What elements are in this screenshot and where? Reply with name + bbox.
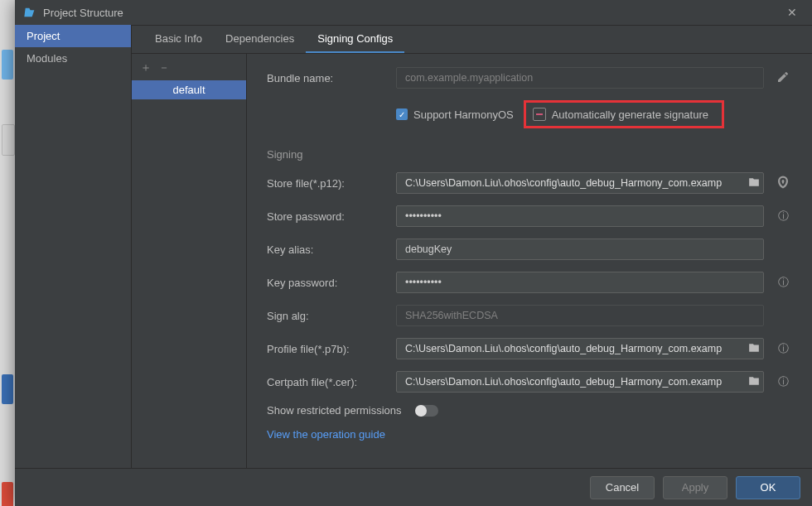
add-config-icon[interactable]: ＋ [140, 60, 152, 75]
tab-basic-info[interactable]: Basic Info [143, 26, 214, 53]
dialog-footer: Cancel Apply OK [15, 468, 812, 506]
profile-file-browse-icon[interactable] [748, 342, 760, 356]
show-restricted-permissions-label: Show restricted permissions [267, 404, 402, 417]
store-file-input[interactable] [396, 172, 764, 194]
store-file-browse-icon[interactable] [748, 176, 760, 190]
certpath-file-input[interactable] [396, 371, 764, 393]
cancel-button[interactable]: Cancel [590, 476, 655, 499]
app-icon [23, 6, 36, 19]
obscured-background [0, 0, 15, 506]
show-restricted-permissions-toggle[interactable] [415, 405, 438, 417]
auto-generate-signature-checkbox[interactable] [533, 108, 546, 121]
apply-button[interactable]: Apply [663, 476, 727, 499]
close-icon[interactable]: ✕ [781, 6, 804, 19]
signing-form: Bundle name: ✓ Support HarmonyOS [247, 54, 812, 469]
certpath-file-help-icon[interactable]: ⓘ [774, 374, 792, 389]
key-alias-input[interactable] [396, 239, 764, 260]
titlebar: Project Structure ✕ [15, 0, 812, 26]
auto-generate-signature-label: Automatically generate signature [552, 108, 708, 121]
sign-alg-input[interactable] [396, 305, 764, 326]
tab-signing-configs[interactable]: Signing Configs [306, 26, 404, 53]
key-password-label: Key password: [267, 277, 396, 289]
sign-alg-label: Sign alg: [267, 310, 396, 322]
key-password-help-icon[interactable]: ⓘ [774, 275, 792, 290]
support-harmonyos-label: Support HarmonyOS [413, 108, 514, 121]
bundle-name-input[interactable] [396, 67, 764, 89]
sidebar-item-modules[interactable]: Modules [15, 47, 131, 70]
certpath-file-label: Certpath file(*.cer): [267, 376, 396, 388]
profile-file-help-icon[interactable]: ⓘ [774, 341, 792, 356]
profile-file-label: Profile file(*.p7b): [267, 343, 396, 355]
tab-dependencies[interactable]: Dependencies [214, 26, 306, 53]
store-password-label: Store password: [267, 210, 396, 223]
config-item-default[interactable]: default [132, 80, 246, 99]
sidebar-item-project[interactable]: Project [15, 25, 131, 47]
edit-bundle-name-icon[interactable] [774, 70, 792, 86]
certpath-file-browse-icon[interactable] [748, 375, 760, 389]
support-harmonyos-checkbox[interactable]: ✓ [396, 108, 408, 120]
store-file-label: Store file(*.p12): [267, 177, 396, 190]
store-password-input[interactable] [396, 205, 764, 227]
signing-section-heading: Signing [267, 148, 792, 161]
operation-guide-link[interactable]: View the operation guide [267, 428, 385, 441]
signing-configs-list: ＋ － default [132, 54, 247, 469]
key-password-input[interactable] [396, 272, 764, 293]
window-title: Project Structure [43, 7, 123, 19]
store-password-help-icon[interactable]: ⓘ [774, 209, 792, 224]
fingerprint-icon[interactable] [774, 175, 792, 192]
sidebar: Project Modules [15, 25, 132, 469]
tab-bar: Basic Info Dependencies Signing Configs [132, 25, 812, 54]
bundle-name-label: Bundle name: [267, 72, 396, 84]
project-structure-dialog: Project Structure ✕ Project Modules Basi… [15, 0, 812, 506]
remove-config-icon[interactable]: － [158, 60, 170, 75]
ok-button[interactable]: OK [736, 476, 800, 499]
highlight-auto-signature: Automatically generate signature [524, 100, 724, 128]
key-alias-label: Key alias: [267, 243, 396, 256]
profile-file-input[interactable] [396, 338, 764, 359]
